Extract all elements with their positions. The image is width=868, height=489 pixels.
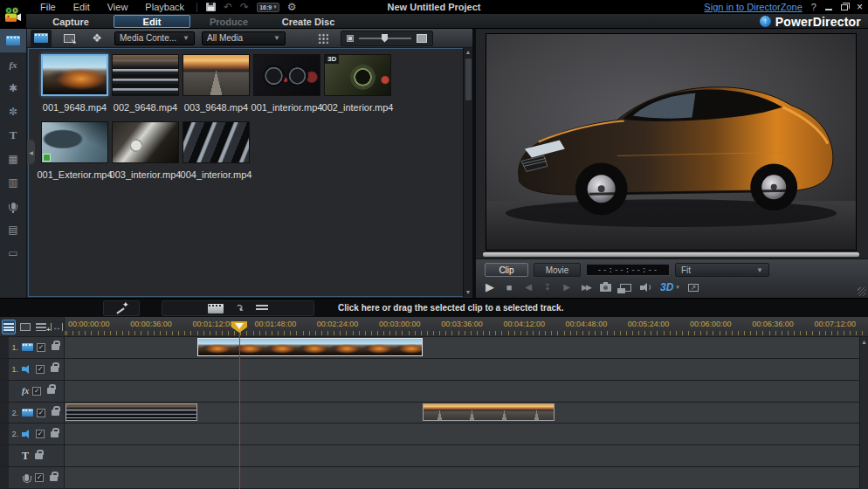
tab-create-disc[interactable]: Create Disc xyxy=(271,15,346,28)
help-button[interactable]: ? xyxy=(811,2,816,12)
track-content[interactable] xyxy=(65,445,868,467)
tab-edit[interactable]: Edit xyxy=(114,15,190,28)
movie-mode-button[interactable]: Movie xyxy=(534,263,581,277)
list-item[interactable]: 001_Exterior.mp4 xyxy=(39,121,110,180)
sidebar-item-effect-room[interactable]: fx xyxy=(0,52,26,76)
sidebar-item-media-room[interactable] xyxy=(0,29,26,52)
clip-mode-button[interactable]: Clip xyxy=(485,263,528,277)
sidebar-item-title-room[interactable]: T xyxy=(0,123,26,147)
magic-wand-button[interactable] xyxy=(103,300,140,316)
media-room-tab[interactable] xyxy=(31,30,52,47)
scrollbar-thumb[interactable] xyxy=(465,59,472,100)
aspect-ratio-dropdown[interactable]: 16:9▾ xyxy=(257,3,279,12)
media-content-dropdown[interactable]: Media Conte...▼ xyxy=(114,31,195,45)
sign-in-link[interactable]: Sign in to DirectorZone xyxy=(704,2,803,12)
scroll-up-icon[interactable]: ▲ xyxy=(465,48,472,57)
list-item[interactable]: 3D002_interior.mp4 xyxy=(322,54,393,113)
snapshot-button[interactable] xyxy=(600,284,611,292)
fit-timeline-button[interactable]: ↔ xyxy=(50,320,64,334)
timeline-clip-car-grille[interactable] xyxy=(65,403,197,422)
scroll-up-icon[interactable]: ▲ xyxy=(861,337,867,489)
menu-file[interactable]: File xyxy=(31,2,65,12)
sidebar-item-pip-objects-room[interactable]: ✱ xyxy=(0,76,26,100)
insert-clip-to-track-button[interactable]: ↷ xyxy=(162,300,314,316)
list-item[interactable]: 001_9648.mp4 xyxy=(39,54,110,113)
previous-frame-button[interactable]: ◀ xyxy=(523,282,534,293)
lock-icon[interactable] xyxy=(51,366,59,372)
seek-marker-button[interactable]: ↧ xyxy=(542,282,553,293)
fit-dropdown[interactable]: Fit▼ xyxy=(675,263,769,277)
close-button[interactable]: × xyxy=(857,2,863,12)
timeline-clip-desert-road[interactable] xyxy=(423,403,555,422)
sidebar-item-transition-room[interactable]: ▦ xyxy=(0,147,26,170)
track-header-audio[interactable]: 2.✓ xyxy=(0,424,65,445)
storyboard-view-button[interactable] xyxy=(17,320,31,334)
resize-grip[interactable] xyxy=(858,287,866,296)
sidebar-item-particle-room[interactable]: ✼ xyxy=(0,100,26,123)
track-content[interactable] xyxy=(65,467,868,489)
track-enable-checkbox[interactable]: ✓ xyxy=(36,430,45,438)
timeline-clip-car-front-orange[interactable] xyxy=(197,338,423,356)
track-header-fx[interactable]: fx✓ xyxy=(0,381,65,403)
sidebar-item-voice-over-room[interactable] xyxy=(0,194,26,217)
list-item[interactable]: 003_9648.mp4 xyxy=(181,54,251,113)
timecode-display[interactable]: --:--:--:-- xyxy=(586,264,670,276)
sidebar-item-audio-mixing-room[interactable]: ▥ xyxy=(0,170,26,194)
timeline-ruler[interactable]: 00:00:00:0000:00:36:0000:01:12:0000:01:4… xyxy=(65,317,868,337)
media-filter-dropdown[interactable]: All Media▼ xyxy=(202,31,286,45)
undock-button[interactable]: ↗ xyxy=(688,284,699,292)
track-manager-button[interactable] xyxy=(34,320,48,334)
grid-view-icon[interactable] xyxy=(317,32,328,44)
track-enable-checkbox[interactable]: ✓ xyxy=(35,473,44,482)
tab-produce[interactable]: Produce xyxy=(194,15,264,28)
save-icon[interactable] xyxy=(206,3,216,11)
track-enable-checkbox[interactable]: ✓ xyxy=(36,365,45,374)
lock-icon[interactable] xyxy=(52,410,59,416)
lock-icon[interactable] xyxy=(51,431,59,437)
download-from-directorzone-button[interactable]: ❖ xyxy=(86,30,107,47)
play-button[interactable]: ▶ xyxy=(485,281,495,293)
gear-icon[interactable]: ⚙ xyxy=(287,2,297,12)
preview-quality-button[interactable] xyxy=(620,284,631,292)
track-content[interactable] xyxy=(65,359,868,381)
import-media-button[interactable] xyxy=(59,30,79,47)
next-frame-button[interactable]: ▶ xyxy=(561,282,572,293)
list-item[interactable]: 002_9648.mp4 xyxy=(110,54,181,113)
track-content[interactable] xyxy=(65,337,868,359)
redo-icon[interactable]: ↷ xyxy=(240,3,249,11)
track-enable-checkbox[interactable]: ✓ xyxy=(37,343,45,352)
sidebar-item-chapter-room[interactable]: ▤ xyxy=(0,217,26,241)
zoom-slider[interactable] xyxy=(359,38,411,39)
restore-button[interactable] xyxy=(841,4,848,10)
library-collapse-handle[interactable]: ◀ xyxy=(27,140,35,164)
volume-button[interactable] xyxy=(640,283,651,292)
list-item[interactable]: 001_interior.mp4 xyxy=(251,54,322,113)
timeline-scrollbar[interactable]: ▲ xyxy=(859,337,868,489)
track-enable-checkbox[interactable]: ✓ xyxy=(37,409,45,417)
zoom-in-icon[interactable] xyxy=(417,34,427,43)
list-item[interactable]: 004_interior.mp4 xyxy=(181,121,251,180)
minimize-button[interactable] xyxy=(825,9,832,10)
menu-edit[interactable]: Edit xyxy=(65,2,99,12)
zoom-out-icon[interactable] xyxy=(347,35,354,42)
lock-icon[interactable] xyxy=(47,388,55,394)
sidebar-item-subtitle-room[interactable]: ▭ xyxy=(0,241,26,265)
tab-capture[interactable]: Capture xyxy=(33,15,108,28)
library-scrollbar[interactable]: ▲ ▼ xyxy=(463,48,472,297)
track-header-video[interactable]: 2.✓ xyxy=(0,403,65,424)
menu-view[interactable]: View xyxy=(99,2,137,12)
lock-icon[interactable] xyxy=(35,453,43,459)
track-header-video[interactable]: 1.✓ xyxy=(0,337,65,359)
track-content[interactable] xyxy=(65,403,868,424)
list-item[interactable]: 003_interior.mp4 xyxy=(110,121,181,180)
preview-seek-bar[interactable] xyxy=(483,252,859,257)
menu-playback[interactable]: Playback xyxy=(136,2,193,12)
scroll-down-icon[interactable]: ▼ xyxy=(465,288,472,297)
timeline-view-button[interactable] xyxy=(2,320,16,334)
zoom-slider-thumb[interactable] xyxy=(382,34,388,43)
track-enable-checkbox[interactable]: ✓ xyxy=(32,387,41,396)
lock-icon[interactable] xyxy=(52,344,59,350)
track-header-title[interactable]: T xyxy=(0,445,65,467)
track-header-audio[interactable]: 1.✓ xyxy=(0,359,65,381)
3d-display-button[interactable]: 3D▾ xyxy=(660,281,679,293)
